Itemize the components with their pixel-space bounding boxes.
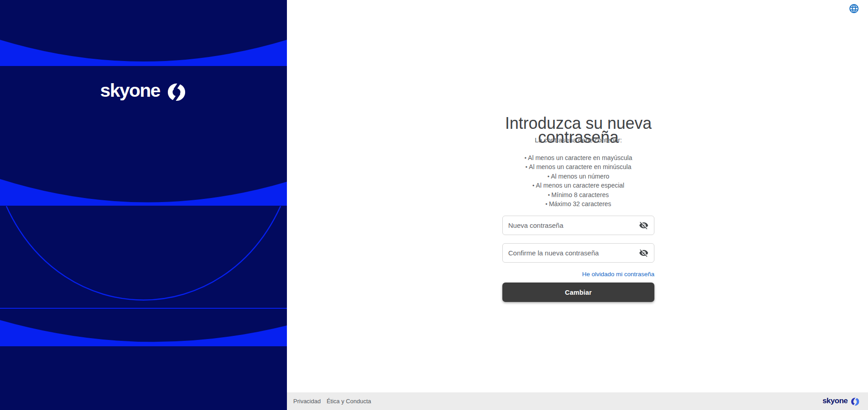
forgot-password-row: He olvidado mi contraseña [502,270,654,278]
new-password-input[interactable] [503,216,654,235]
panel-waves-graphic [0,0,287,410]
privacy-link[interactable]: Privacidad [293,398,321,405]
language-button[interactable] [848,3,860,15]
password-reset-page: skyone Introduzca su nueva contraseña La… [0,0,868,410]
skyone-swoosh-icon [850,396,860,406]
footer-skyone-wordmark: skyone [822,396,848,405]
change-password-button[interactable]: Cambiar [502,283,654,302]
footer-links: Privacidad Ética y Conducta [293,398,371,405]
skyone-logo: skyone [0,78,287,105]
ethics-conduct-link[interactable]: Ética y Conducta [327,398,371,405]
requirement-item: Al menos un caractere especial [483,181,673,190]
brand-panel: skyone [0,0,287,410]
password-requirements-list: Al menos un caractere en mayúscula Al me… [483,154,673,209]
password-rules-subtitle: La contraseña debe contener: [483,137,673,144]
requirement-item: Mínimo 8 caracteres [483,191,673,200]
skyone-swoosh-icon [166,81,187,102]
footer-skyone-logo: skyone [822,396,860,406]
requirement-item: Máximo 32 caracteres [483,200,673,209]
requirement-item: Al menos un caractere en mayúscula [483,154,673,163]
requirement-item: Al menos un caractere en minúscula [483,163,673,172]
visibility-toggle-button[interactable] [638,248,649,259]
forgot-password-link[interactable]: He olvidado mi contraseña [582,271,654,278]
new-password-field [502,216,654,235]
skyone-wordmark: skyone [100,81,160,100]
visibility-off-icon [639,221,649,230]
visibility-toggle-button[interactable] [638,220,649,231]
footer: Privacidad Ética y Conducta skyone [287,392,868,410]
visibility-off-icon [639,248,649,258]
requirement-item: Al menos un número [483,172,673,181]
confirm-password-field [502,243,654,263]
confirm-password-input[interactable] [503,244,654,262]
globe-icon [849,3,859,14]
